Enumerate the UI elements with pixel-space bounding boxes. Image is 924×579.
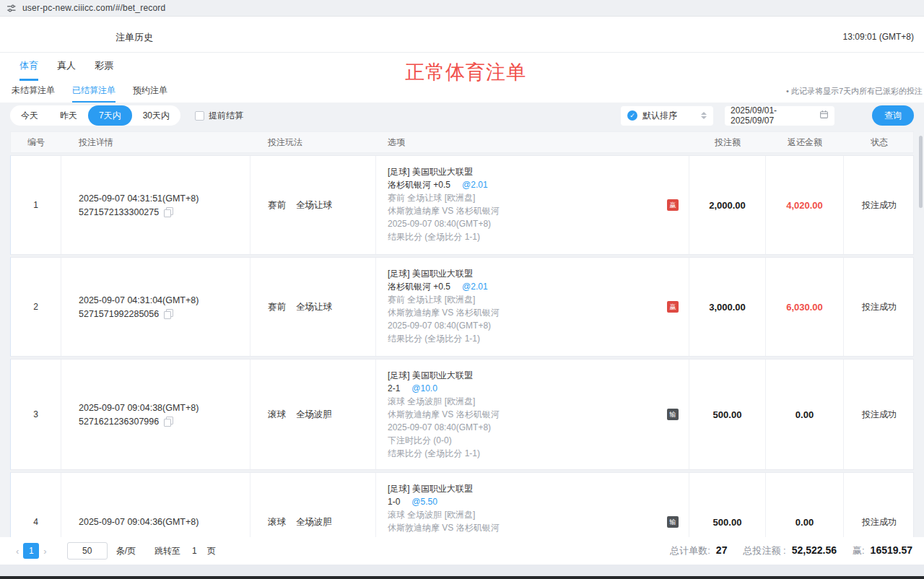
option-meta-line: 休斯敦迪纳摩 VS 洛杉矶银河 bbox=[388, 306, 500, 319]
column-header: 状态 bbox=[844, 136, 915, 149]
content-area: 今天昨天7天内30天内 提前结算 ✓ 默认排序 2025/09/01-2025/… bbox=[0, 103, 924, 579]
table-row: 32025-09-07 09:04:38(GMT+8)5271621236307… bbox=[10, 359, 914, 470]
url-text[interactable]: user-pc-new.ciiicc.com/#/bet_record bbox=[22, 3, 165, 13]
result-badge: 输 bbox=[667, 516, 679, 528]
column-header: 选项 bbox=[376, 136, 689, 149]
overlay-annotation-title: 正常体育注单 bbox=[405, 59, 526, 85]
bet-table: 编号投注详情投注玩法选项投注额返还金额状态 12025-09-07 04:31:… bbox=[10, 131, 914, 572]
range-pill[interactable]: 昨天 bbox=[49, 105, 88, 126]
range-pill[interactable]: 今天 bbox=[10, 105, 49, 126]
page-size-input[interactable] bbox=[67, 542, 108, 560]
option-league: [足球] 美国职业大联盟 bbox=[388, 369, 500, 382]
total-item: 总计单数:27 bbox=[670, 544, 727, 557]
bet-time: 2025-09-07 09:04:38(GMT+8) bbox=[79, 403, 199, 413]
total-label: 总投注额 : bbox=[743, 544, 785, 557]
bet-time: 2025-09-07 04:31:04(GMT+8) bbox=[79, 295, 199, 305]
scrollbar-thumb[interactable] bbox=[919, 136, 923, 208]
range-pill[interactable]: 7天内 bbox=[88, 105, 132, 126]
filter-bar: 今天昨天7天内30天内 提前结算 ✓ 默认排序 2025/09/01-2025/… bbox=[10, 105, 914, 126]
check-circle-icon: ✓ bbox=[627, 110, 637, 121]
option-pick-line: 1-0@5.50 bbox=[388, 495, 500, 508]
copy-icon[interactable] bbox=[164, 207, 173, 217]
result-badge: 输 bbox=[667, 409, 679, 420]
prev-page-button[interactable]: ‹ bbox=[12, 546, 23, 557]
column-header: 投注玩法 bbox=[250, 136, 376, 149]
date-range-value: 2025/09/01-2025/09/07 bbox=[731, 105, 819, 126]
option-pick-line: 2-1@10.0 bbox=[388, 382, 500, 395]
option-odds: @2.01 bbox=[462, 280, 488, 293]
next-page-button[interactable]: › bbox=[39, 546, 51, 557]
status-cell: 投注成功 bbox=[844, 258, 915, 356]
bet-id: 5271621236307996 bbox=[79, 417, 159, 427]
option-meta-line: 下注时比分 (0-0) bbox=[388, 434, 500, 447]
option-pick-line: 洛杉矶银河 +0.5@2.01 bbox=[388, 178, 500, 191]
early-settle-label: 提前结算 bbox=[209, 110, 243, 122]
main-tab[interactable]: 彩票 bbox=[95, 59, 113, 81]
date-range-input[interactable]: 2025/09/01-2025/09/07 bbox=[725, 106, 834, 126]
payout-cell: 0.00 bbox=[766, 360, 844, 469]
total-value: 27 bbox=[716, 544, 728, 556]
play-token: 全场波胆 bbox=[296, 409, 332, 421]
option-lines: [足球] 美国职业大联盟洛杉矶银河 +0.5@2.01赛前 全场让球 [欧洲盘]… bbox=[388, 267, 500, 345]
option-meta-line: 结果比分 (全场比分 1-1) bbox=[388, 447, 500, 460]
server-clock: 13:09:01 (GMT+8) bbox=[843, 32, 914, 42]
sub-tabs: 未结算注单已结算注单预约注单 bbox=[12, 84, 167, 103]
total-item: 总投注额 :52,522.56 bbox=[743, 544, 837, 557]
column-header: 返还金额 bbox=[766, 136, 844, 149]
bet-time: 2025-09-07 09:04:36(GMT+8) bbox=[79, 517, 199, 527]
option-meta-line: 赛前 全场让球 [欧洲盘] bbox=[388, 293, 500, 306]
main-tab[interactable]: 体育 bbox=[19, 59, 38, 81]
option-league: [足球] 美国职业大联盟 bbox=[388, 165, 500, 178]
main-tab[interactable]: 真人 bbox=[57, 59, 76, 81]
bet-id-line: 5271621236307996 bbox=[79, 417, 173, 427]
bet-play-cell: 赛前全场让球 bbox=[250, 258, 376, 356]
option-meta-line: 滚球 全场波胆 [欧洲盘] bbox=[388, 508, 500, 521]
option-meta-line: 2025-09-07 08:40(GMT+8) bbox=[388, 421, 500, 434]
screen: user-pc-new.ciiicc.com/#/bet_record 注单历史… bbox=[0, 0, 924, 579]
browser-url-bar[interactable]: user-pc-new.ciiicc.com/#/bet_record bbox=[0, 0, 924, 17]
status-cell: 投注成功 bbox=[844, 156, 915, 254]
sub-tab[interactable]: 已结算注单 bbox=[72, 84, 116, 103]
site-settings-icon[interactable] bbox=[6, 4, 16, 13]
page-title: 注单历史 bbox=[116, 31, 153, 44]
table-body: 12025-09-07 04:31:51(GMT+8)5271572133300… bbox=[10, 155, 914, 572]
column-header: 投注详情 bbox=[61, 136, 250, 149]
table-row: 22025-09-07 04:31:04(GMT+8)5271571992285… bbox=[10, 257, 914, 357]
bet-id: 5271572133300275 bbox=[79, 207, 159, 217]
range-pill[interactable]: 30天内 bbox=[132, 105, 180, 126]
play-token: 全场让球 bbox=[296, 199, 332, 212]
bet-id-line: 5271571992285056 bbox=[79, 309, 173, 319]
payout-cell: 6,030.00 bbox=[766, 258, 844, 356]
option-meta-line: 休斯敦迪纳摩 VS 洛杉矶银河 bbox=[388, 204, 500, 217]
sub-tab[interactable]: 预约注单 bbox=[133, 84, 167, 103]
total-value: 52,522.56 bbox=[792, 544, 837, 556]
bet-detail-cell: 2025-09-07 09:04:38(GMT+8)52716212363079… bbox=[61, 360, 250, 469]
early-settle-filter[interactable]: 提前结算 bbox=[195, 110, 243, 122]
tabs-area: 体育真人彩票 未结算注单已结算注单预约注单 • 此记录将显示7天内所有已派彩的投… bbox=[0, 53, 924, 103]
copy-icon[interactable] bbox=[164, 309, 173, 318]
table-row: 12025-09-07 04:31:51(GMT+8)5271572133300… bbox=[10, 155, 914, 255]
option-lines: [足球] 美国职业大联盟2-1@10.0滚球 全场波胆 [欧洲盘]休斯敦迪纳摩 … bbox=[388, 369, 500, 460]
sort-select[interactable]: ✓ 默认排序 bbox=[621, 106, 713, 126]
bet-option-cell: [足球] 美国职业大联盟洛杉矶银河 +0.5@2.01赛前 全场让球 [欧洲盘]… bbox=[376, 156, 689, 254]
option-league: [足球] 美国职业大联盟 bbox=[388, 267, 500, 280]
copy-icon[interactable] bbox=[164, 417, 173, 426]
option-pick-line: 洛杉矶银河 +0.5@2.01 bbox=[388, 280, 500, 293]
status-cell: 投注成功 bbox=[844, 360, 915, 469]
page-number-button[interactable]: 1 bbox=[23, 543, 39, 559]
option-pick: 1-0 bbox=[388, 495, 400, 508]
stake-cell: 2,000.00 bbox=[689, 156, 766, 254]
bet-detail-cell: 2025-09-07 04:31:04(GMT+8)52715719922850… bbox=[61, 258, 250, 356]
early-settle-checkbox[interactable] bbox=[195, 111, 204, 121]
sort-value: 默认排序 bbox=[642, 110, 677, 122]
jump-page-value[interactable]: 1 bbox=[192, 546, 197, 556]
option-meta-line: 2025-09-07 08:40(GMT+8) bbox=[388, 217, 500, 230]
play-token: 滚球 bbox=[268, 409, 286, 421]
option-odds: @5.50 bbox=[411, 495, 437, 508]
option-pick: 2-1 bbox=[388, 382, 400, 395]
option-meta-line: 2025-09-07 08:40(GMT+8) bbox=[388, 319, 500, 332]
search-button[interactable]: 查询 bbox=[872, 105, 914, 126]
bet-number-cell: 3 bbox=[11, 360, 61, 469]
sub-tab[interactable]: 未结算注单 bbox=[12, 84, 55, 103]
option-pick: 洛杉矶银河 +0.5 bbox=[388, 280, 450, 293]
